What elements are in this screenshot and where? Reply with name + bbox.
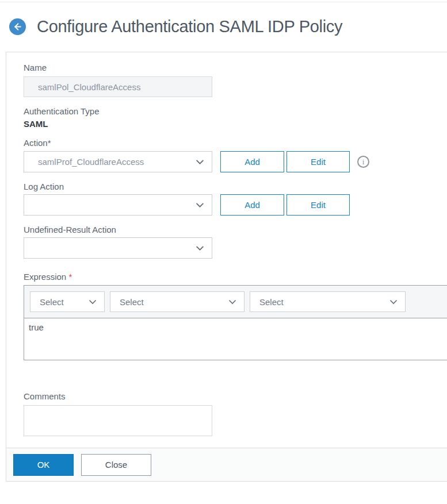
undefined-action-select[interactable]	[24, 237, 212, 259]
expression-editor: Select Select Select	[24, 285, 447, 360]
expression-toolbar: Select Select Select	[24, 286, 447, 318]
log-action-add-button[interactable]: Add	[220, 194, 284, 216]
page-header: Configure Authentication SAML IDP Policy	[9, 17, 447, 36]
info-icon-glyph: i	[362, 157, 365, 167]
chevron-down-icon	[195, 200, 212, 210]
ok-button[interactable]: OK	[13, 454, 74, 476]
page-title: Configure Authentication SAML IDP Policy	[37, 17, 342, 36]
name-input[interactable]	[24, 76, 212, 97]
expression-select-1-value: Select	[30, 297, 88, 307]
expression-value-area[interactable]: true	[24, 318, 447, 360]
action-label: Action*	[24, 138, 447, 148]
log-action-edit-button[interactable]: Edit	[286, 194, 350, 216]
action-add-button[interactable]: Add	[220, 151, 284, 172]
comments-label: Comments	[24, 391, 447, 401]
expression-select-3[interactable]: Select	[250, 291, 406, 312]
expression-select-2[interactable]: Select	[110, 291, 244, 312]
chevron-down-icon	[195, 157, 212, 167]
back-button[interactable]	[9, 18, 26, 35]
auth-type-label: Authentication Type	[24, 106, 447, 116]
info-icon[interactable]: i	[357, 156, 369, 168]
action-edit-button[interactable]: Edit	[286, 151, 350, 172]
expression-select-1[interactable]: Select	[30, 291, 105, 312]
close-button[interactable]: Close	[81, 454, 151, 476]
expression-label-text: Expression	[24, 272, 66, 282]
log-action-label: Log Action	[24, 182, 447, 191]
log-action-select[interactable]	[24, 194, 212, 216]
expression-select-2-value: Select	[110, 297, 228, 307]
form-footer: OK Close	[6, 448, 447, 482]
chevron-down-icon	[389, 297, 405, 306]
expression-label: Expression *	[24, 272, 447, 282]
required-asterisk: *	[68, 272, 72, 282]
arrow-left-icon	[13, 22, 22, 32]
expression-select-3-value: Select	[250, 297, 389, 307]
comments-textarea[interactable]	[24, 405, 212, 436]
chevron-down-icon	[88, 297, 104, 306]
chevron-down-icon	[195, 243, 212, 253]
undefined-action-label: Undefined-Result Action	[24, 225, 447, 234]
form-panel: Name Authentication Type SAML Action* sa…	[6, 52, 447, 482]
chevron-down-icon	[228, 297, 244, 306]
action-select-value: samlProf_CloudflareAccess	[24, 157, 195, 167]
auth-type-value: SAML	[24, 119, 447, 129]
name-label: Name	[24, 63, 447, 72]
window-top-divider	[0, 2, 447, 2]
action-select[interactable]: samlProf_CloudflareAccess	[24, 151, 212, 172]
